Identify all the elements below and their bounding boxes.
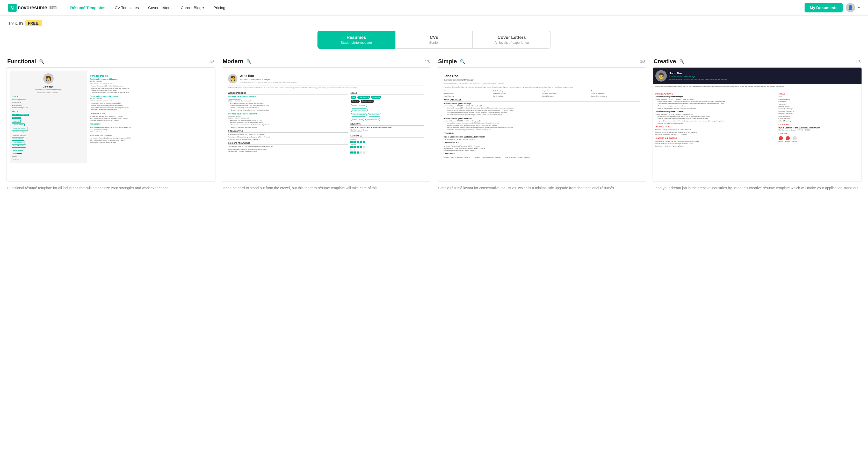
template-simple-header: Simple 🔍 3/8: [437, 58, 646, 65]
avatar[interactable]: 👤: [846, 3, 855, 12]
tab-resumes-sub: Student/Intermediate: [323, 41, 390, 44]
logo-beta: BETA: [49, 6, 57, 9]
banner-free-label: FREE.: [25, 20, 42, 26]
template-card-functional: Functional 🔍 1/8 👩 Jane Roe Business Dev…: [6, 58, 215, 191]
avatar-chevron[interactable]: ▾: [858, 6, 860, 9]
template-simple-count: 3/8: [640, 59, 645, 64]
template-simple-search-icon[interactable]: 🔍: [460, 59, 465, 64]
header: N novoresume BETA Résumé Templates CV Te…: [0, 0, 868, 15]
template-creative-search-icon[interactable]: 🔍: [679, 59, 684, 64]
banner-text: Try it. It's: [8, 21, 24, 25]
templates-grid: Functional 🔍 1/8 👩 Jane Roe Business Dev…: [0, 58, 868, 201]
template-functional-title: Functional: [7, 58, 36, 65]
template-creative-count: 4/8: [855, 59, 861, 64]
template-simple-desc: Simple résumé layout for conservative in…: [437, 185, 646, 191]
tab-cover-letters-label: Cover Letters: [478, 35, 545, 40]
nav-pricing[interactable]: Pricing: [209, 0, 230, 15]
nav-resume-templates[interactable]: Résumé Templates: [65, 0, 110, 15]
nav-cover-letters[interactable]: Cover Letters: [144, 0, 176, 15]
header-right: My Documents 👤 ▾: [805, 3, 860, 12]
template-card-creative: Creative 🔍 4/8 👨 John Doe Business Devel…: [653, 58, 862, 191]
template-modern-count: 2/8: [425, 59, 430, 64]
tab-cover-letters-sub: All levels of experience: [478, 41, 545, 44]
template-card-simple: Simple 🔍 3/8 Jane Roe Business Developme…: [437, 58, 646, 191]
template-creative-header: Creative 🔍 4/8: [653, 58, 862, 65]
template-modern-preview[interactable]: 👩 Jane Roe Business Development Manager …: [222, 67, 431, 182]
template-card-modern: Modern 🔍 2/8 👩 Jane Roe Business Develop…: [222, 58, 431, 191]
logo[interactable]: N novoresume BETA: [8, 4, 57, 12]
template-creative-desc: Land your dream job in the creative indu…: [653, 185, 862, 191]
nav-cv-templates[interactable]: CV Templates: [110, 0, 144, 15]
main-nav: Résumé Templates CV Templates Cover Lett…: [65, 0, 805, 15]
logo-icon: N: [8, 4, 17, 12]
template-creative-preview[interactable]: 👨 John Doe Business Development Manager …: [653, 67, 862, 182]
template-simple-title: Simple: [438, 58, 457, 65]
tab-cvs[interactable]: CVs Senior: [395, 31, 473, 49]
template-functional-count: 1/8: [209, 59, 214, 64]
template-modern-search-icon[interactable]: 🔍: [246, 59, 251, 64]
tab-resumes-label: Résumés: [323, 35, 390, 40]
template-modern-title: Modern: [223, 58, 243, 65]
template-creative-title: Creative: [654, 58, 676, 65]
my-documents-button[interactable]: My Documents: [805, 3, 843, 12]
tabs-container: Résumés Student/Intermediate CVs Senior …: [317, 31, 551, 49]
banner: Try it. It's FREE.: [0, 15, 868, 31]
tab-cover-letters[interactable]: Cover Letters All levels of experience: [473, 31, 551, 49]
template-modern-desc: It can be hard to stand out from the cro…: [222, 185, 431, 191]
tab-cvs-label: CVs: [401, 35, 467, 40]
tab-resumes[interactable]: Résumés Student/Intermediate: [317, 31, 395, 49]
template-functional-desc: Functional résumé template for all indus…: [6, 185, 215, 191]
template-functional-preview[interactable]: 👩 Jane Roe Business Development Manager …: [6, 67, 215, 182]
template-functional-header: Functional 🔍 1/8: [6, 58, 215, 65]
template-simple-preview[interactable]: Jane Roe Business Development Manager ja…: [437, 67, 646, 182]
tab-cvs-sub: Senior: [401, 41, 467, 44]
template-functional-search-icon[interactable]: 🔍: [39, 59, 44, 64]
template-modern-header: Modern 🔍 2/8: [222, 58, 431, 65]
career-blog-chevron: ▾: [203, 6, 204, 9]
nav-career-blog[interactable]: Career Blog ▾: [176, 0, 209, 15]
logo-text: novoresume: [18, 5, 47, 11]
svg-text:N: N: [10, 5, 14, 11]
